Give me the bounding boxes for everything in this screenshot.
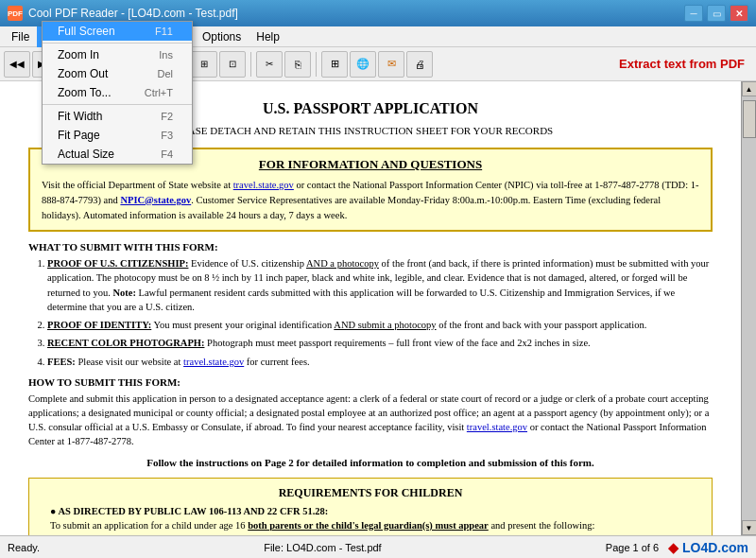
dropdown-zoomin[interactable]: Zoom In Ins [43, 45, 192, 64]
web-button[interactable]: 🌐 [350, 51, 376, 78]
status-text: Ready. [8, 542, 40, 553]
status-bar: Ready. File: LO4D.com - Test.pdf Page 1 … [0, 535, 756, 558]
fitpage-label: Fit Page [58, 129, 100, 142]
zoomin-label: Zoom In [58, 48, 99, 61]
section-howto-body: Complete and submit this application in … [28, 392, 713, 449]
dropdown-fitpage[interactable]: Fit Page F3 [43, 126, 192, 145]
list-item-1: PROOF OF U.S. CITIZENSHIP: Evidence of U… [47, 256, 713, 314]
fitwidth-label: Fit Width [58, 110, 102, 123]
zoomout-label: Zoom Out [58, 67, 108, 80]
requirements-box: REQUIREMENTS FOR CHILDREN ● AS DIRECTED … [28, 478, 713, 535]
minimize-button[interactable]: ─ [684, 5, 703, 22]
print-button[interactable]: 🖨 [406, 51, 433, 78]
dropdown-sep-1 [43, 43, 192, 44]
list-item-3: RECENT COLOR PHOTOGRAPH: Photograph must… [47, 336, 713, 350]
menu-options[interactable]: Options [195, 26, 249, 47]
req-item-1: • Evidence of the child's U.S. citizensh… [50, 534, 700, 535]
toolbar-sep-4 [316, 52, 317, 77]
section-submit-body: PROOF OF U.S. CITIZENSHIP: Evidence of U… [28, 256, 713, 369]
extract-text-button[interactable]: Extract text from PDF [611, 57, 752, 71]
title-bar-controls: ─ ▭ ✕ [684, 5, 748, 22]
info-box-text: Visit the official Department of State w… [42, 178, 699, 222]
list-item-4: FEES: Please visit our website at travel… [47, 355, 713, 369]
list-item-2: PROOF OF IDENTITY: You must present your… [47, 318, 713, 332]
close-button[interactable]: ✕ [730, 5, 748, 22]
fit-width-button[interactable]: ⊞ [191, 51, 217, 78]
dropdown-zoomout[interactable]: Zoom Out Del [43, 64, 192, 83]
grid-view-button[interactable]: ⊞ [321, 51, 348, 78]
zoomout-shortcut: Del [157, 68, 173, 79]
email-button[interactable]: ✉ [378, 51, 404, 78]
lo4d-logo: ◆ LO4D.com [668, 540, 748, 555]
zoomto-label: Zoom To... [58, 86, 111, 99]
scroll-down-button[interactable]: ▼ [742, 520, 757, 535]
scroll-thumb[interactable] [743, 100, 756, 138]
toolbar-sep-3 [250, 52, 251, 77]
title-bar-left: PDF Cool PDF Reader - [LO4D.com - Test.p… [8, 6, 238, 21]
restore-button[interactable]: ▭ [707, 5, 726, 22]
actualsize-label: Actual Size [58, 148, 114, 161]
page-info: Page 1 of 6 [606, 542, 659, 553]
info-text-1: Visit the official Department of State w… [42, 180, 233, 190]
file-info: File: LO4D.com - Test.pdf [264, 542, 382, 553]
menu-file[interactable]: File [4, 26, 37, 47]
requirements-title: REQUIREMENTS FOR CHILDREN [41, 486, 700, 500]
menu-help[interactable]: Help [249, 26, 287, 47]
dropdown-fullscreen[interactable]: Full Screen F11 [43, 22, 192, 41]
dropdown-sep-2 [43, 104, 192, 105]
req-law: ● AS DIRECTED BY PUBLIC LAW 106-113 AND … [50, 506, 700, 516]
zoomto-shortcut: Ctrl+T [145, 87, 173, 98]
info-link-2[interactable]: NPIC@state.gov [120, 195, 191, 205]
section-submit-title: WHAT TO SUBMIT WITH THIS FORM: [28, 241, 713, 253]
fitwidth-shortcut: F2 [161, 111, 173, 122]
app-icon: PDF [8, 6, 23, 21]
window-title: Cool PDF Reader - [LO4D.com - Test.pdf] [28, 7, 238, 20]
info-link-1[interactable]: travel.state.gov [233, 180, 294, 190]
scrollbar: ▲ ▼ [741, 81, 756, 535]
req-intro: To submit an application for a child und… [50, 520, 691, 531]
actualsize-shortcut: F4 [161, 148, 173, 160]
dropdown-actualsize[interactable]: Actual Size F4 [43, 145, 192, 164]
fit-page-button[interactable]: ⊡ [219, 51, 246, 78]
copy-button[interactable]: ⎘ [284, 51, 311, 78]
follow-instructions-text: Follow the instructions on Page 2 for de… [28, 457, 713, 468]
zoomin-shortcut: Ins [159, 49, 173, 61]
section-howto-title: HOW TO SUBMIT THIS FORM: [28, 376, 713, 388]
fullscreen-label: Full Screen [58, 25, 115, 38]
fullscreen-shortcut: F11 [155, 26, 173, 37]
dropdown-fitwidth[interactable]: Fit Width F2 [43, 107, 192, 126]
prev-page-button[interactable]: ◀◀ [4, 51, 30, 78]
dropdown-zoomto[interactable]: Zoom To... Ctrl+T [43, 83, 192, 102]
select-tool-button[interactable]: ✂ [256, 51, 283, 78]
fitpage-shortcut: F3 [161, 130, 173, 141]
view-dropdown: Full Screen F11 Zoom In Ins Zoom Out Del… [42, 21, 193, 165]
scroll-up-button[interactable]: ▲ [742, 81, 757, 96]
